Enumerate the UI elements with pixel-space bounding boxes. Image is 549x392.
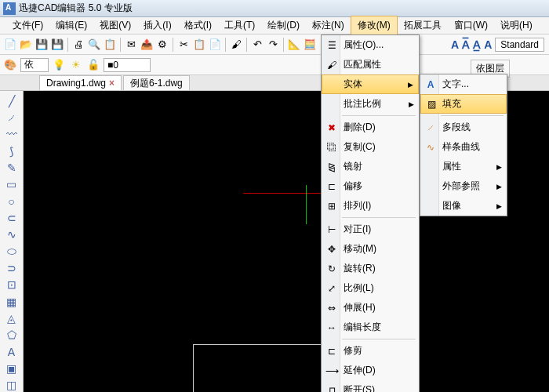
label: 编辑长度	[344, 321, 381, 334]
tab-drawing1[interactable]: Drawing1.dwg×	[39, 75, 122, 90]
separator	[342, 115, 416, 116]
line-icon[interactable]: ╱	[5, 94, 19, 107]
submenu-spline[interactable]: ∿样条曲线	[420, 137, 507, 157]
close-icon[interactable]: ×	[109, 78, 115, 89]
new-icon[interactable]: 📄	[3, 38, 17, 52]
bulb-icon[interactable]: 💡	[52, 58, 66, 72]
text-a3-icon[interactable]: A̲	[473, 38, 481, 51]
menu-modify[interactable]: 修改(M)	[351, 16, 398, 35]
saveas-icon[interactable]: 💾	[50, 38, 64, 52]
spline-icon[interactable]: ∿	[5, 228, 19, 241]
rotate-icon: ↻	[325, 263, 338, 274]
rect-icon[interactable]: ▭	[5, 178, 19, 191]
menu-trim[interactable]: ⊏修剪	[322, 341, 419, 361]
menu-copy[interactable]: ⿻复制(C)	[322, 137, 419, 157]
menu-stretch[interactable]: ⇔伸展(H)	[322, 298, 419, 318]
tab-label: Drawing1.dwg	[46, 78, 106, 89]
hatch-icon: ▨	[425, 99, 438, 110]
text-a-icon[interactable]: A	[451, 38, 459, 51]
text-a2-icon[interactable]: A̅	[462, 38, 470, 51]
menu-move[interactable]: ✥移动(M)	[322, 239, 419, 259]
palette-icon[interactable]: 🎨	[3, 58, 17, 72]
style-combo[interactable]: Standard	[495, 38, 544, 52]
menu-file[interactable]: 文件(F)	[6, 16, 49, 34]
cut-icon[interactable]: ✂	[176, 38, 191, 52]
calc-icon[interactable]: 🧮	[303, 38, 317, 52]
menu-tool[interactable]: 工具(T)	[218, 16, 261, 34]
label: 偏移	[344, 180, 362, 193]
brush-icon[interactable]: 🖌	[229, 38, 243, 52]
move-icon: ✥	[325, 244, 338, 255]
menu-view[interactable]: 视图(V)	[93, 16, 137, 34]
settings-icon[interactable]: ⚙	[155, 38, 169, 52]
earc-icon[interactable]: ⊃	[5, 261, 19, 274]
menu-properties[interactable]: ☰属性(O)...	[322, 35, 419, 55]
hatch-icon[interactable]: ▦	[5, 295, 19, 308]
ellipse-icon[interactable]: ⬭	[5, 245, 19, 258]
submenu-fill[interactable]: ▨填充	[420, 94, 507, 114]
lock-icon[interactable]: 🔓	[86, 58, 100, 72]
pline-icon[interactable]: 〰	[5, 128, 19, 141]
sun-icon[interactable]: ☀	[69, 58, 83, 72]
measure-icon[interactable]: 📐	[287, 38, 301, 52]
menu-extend[interactable]: ⟶延伸(D)	[322, 361, 419, 380]
menu-draw[interactable]: 绘制(D)	[261, 16, 306, 34]
menu-delete[interactable]: ✖删除(D)	[322, 118, 419, 137]
extend-icon: ⟶	[325, 365, 338, 376]
menu-align[interactable]: ⊢对正(I)	[322, 220, 419, 239]
menu-insert[interactable]: 插入(I)	[137, 16, 177, 34]
point-icon[interactable]: ⊡	[5, 278, 19, 292]
menu-offset[interactable]: ⊏偏移	[322, 176, 419, 196]
menu-format[interactable]: 格式(I)	[178, 16, 218, 34]
menu-window[interactable]: 窗口(W)	[448, 16, 494, 34]
ray-icon[interactable]: ⟋	[5, 111, 19, 124]
modify-menu: ☰属性(O)... 🖌匹配属性 实体▶ 批注比例▶ ✖删除(D) ⿻复制(C) …	[321, 34, 420, 392]
submenu-image[interactable]: 图像▶	[420, 196, 507, 216]
menu-ext[interactable]: 拓展工具	[398, 16, 448, 34]
paste-icon[interactable]: 📄	[208, 38, 222, 52]
open-icon[interactable]: 📂	[19, 38, 33, 52]
pencil-icon[interactable]: ✎	[5, 161, 19, 174]
menu-help[interactable]: 说明(H)	[494, 16, 539, 34]
menu-annoscale[interactable]: 批注比例▶	[322, 94, 419, 114]
menu-lengthen[interactable]: ↔编辑长度	[322, 318, 419, 337]
copy-icon[interactable]: 📋	[192, 38, 206, 52]
insert-icon[interactable]: ◫	[5, 379, 19, 392]
email-icon[interactable]: ✉	[124, 38, 138, 52]
save-icon[interactable]: 💾	[35, 38, 49, 52]
block-icon[interactable]: ▣	[5, 361, 19, 375]
submenu-xref[interactable]: 外部参照▶	[420, 176, 507, 196]
label: 断开(S)	[344, 383, 375, 392]
menu-break[interactable]: ⊓断开(S)	[322, 380, 419, 392]
menu-entity[interactable]: 实体▶	[322, 74, 419, 94]
plot-icon[interactable]: 📋	[103, 38, 117, 52]
print-icon[interactable]: 🖨	[71, 38, 85, 52]
preview-icon[interactable]: 🔍	[87, 38, 101, 52]
circle-icon[interactable]: ○	[5, 194, 19, 208]
submenu-pline[interactable]: ⟋多段线	[420, 118, 507, 137]
menu-scale[interactable]: ⤢比例(L)	[322, 278, 419, 298]
layer-value: 0	[113, 60, 118, 71]
menu-annot[interactable]: 标注(N)	[306, 16, 351, 34]
submenu-attr[interactable]: 属性▶	[420, 157, 507, 176]
color-combo[interactable]: 依	[20, 58, 49, 72]
menu-rotate[interactable]: ↻旋转(R)	[322, 259, 419, 278]
crosshair-y	[306, 185, 307, 224]
menu-match[interactable]: 🖌匹配属性	[322, 55, 419, 74]
menu-mirror[interactable]: ⧎镜射	[322, 157, 419, 176]
submenu-text[interactable]: A文字...	[420, 74, 507, 94]
poly-icon[interactable]: ⬠	[5, 328, 19, 342]
layer-combo[interactable]: ■ 0	[104, 58, 151, 72]
arc2-icon[interactable]: ⊂	[5, 211, 19, 224]
region-icon[interactable]: ◬	[5, 311, 19, 325]
menu-array[interactable]: ⊞排列(I)	[322, 196, 419, 216]
arc-icon[interactable]: ⟆	[5, 144, 19, 158]
text-a4-icon[interactable]: A	[484, 38, 492, 51]
text-icon[interactable]: A	[5, 345, 19, 358]
undo-icon[interactable]: ↶	[250, 38, 264, 52]
export-icon[interactable]: 📤	[140, 38, 154, 52]
tab-example[interactable]: 例题6-1.dwg	[123, 75, 190, 90]
menu-edit[interactable]: 编辑(E)	[49, 16, 93, 34]
redo-icon[interactable]: ↷	[266, 38, 280, 52]
scale-icon: ⤢	[325, 283, 338, 294]
